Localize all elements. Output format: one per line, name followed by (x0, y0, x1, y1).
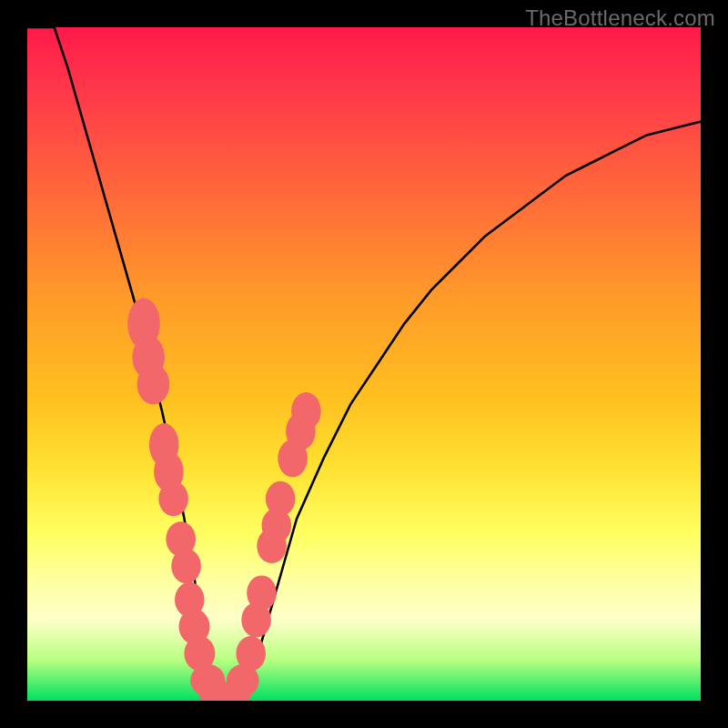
data-bead (137, 364, 170, 404)
beads-right-group (216, 392, 321, 701)
data-bead (158, 481, 188, 516)
chart-frame: TheBottleneck.com (0, 0, 728, 728)
data-bead (171, 549, 201, 583)
plot-area (27, 27, 701, 701)
bottleneck-curve (27, 27, 701, 701)
curve-svg (27, 27, 701, 701)
data-bead (291, 392, 321, 430)
data-bead (266, 481, 296, 516)
beads-left-group (127, 298, 235, 702)
data-bead (236, 636, 266, 671)
data-bead (247, 575, 277, 610)
